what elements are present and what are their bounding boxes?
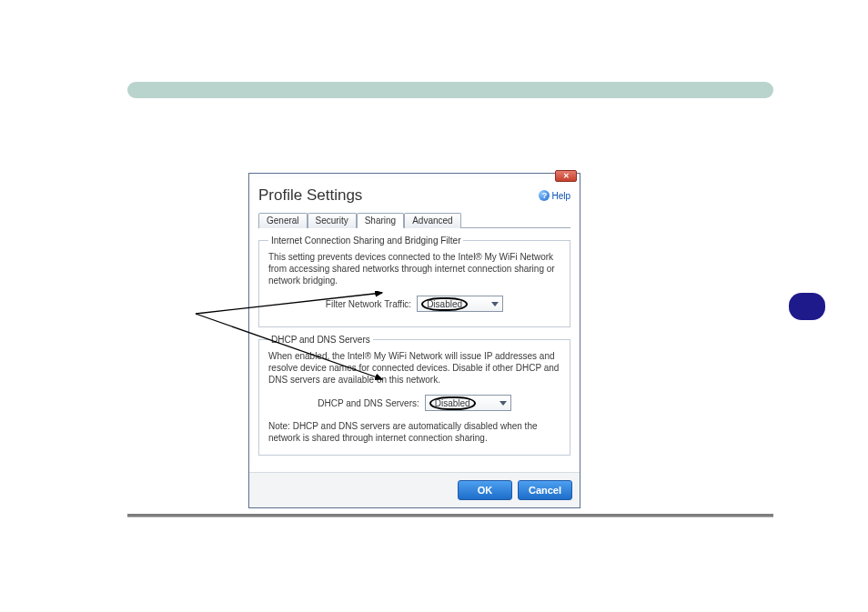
tab-advanced[interactable]: Advanced	[404, 213, 460, 228]
filter-traffic-row: Filter Network Traffic: Disabled	[268, 296, 560, 312]
dhcp-dns-row: DHCP and DNS Servers: Disabled	[268, 395, 560, 411]
group-sharing-filter-desc: This setting prevents devices connected …	[268, 251, 560, 286]
filter-traffic-value: Disabled	[421, 297, 468, 311]
tab-security[interactable]: Security	[308, 213, 357, 228]
help-link[interactable]: ? Help	[539, 190, 570, 201]
close-icon[interactable]: ✕	[555, 170, 577, 182]
dhcp-dns-label: DHCP and DNS Servers:	[318, 398, 419, 408]
ok-button[interactable]: OK	[458, 480, 512, 500]
help-icon: ?	[539, 190, 550, 201]
group-sharing-filter-legend: Internet Connection Sharing and Bridging…	[268, 236, 463, 246]
dialog-titlebar: ✕	[249, 174, 580, 179]
profile-settings-dialog: ✕ Profile Settings ? Help General Securi…	[248, 173, 580, 508]
cancel-button[interactable]: Cancel	[518, 480, 572, 500]
dialog-body: Profile Settings ? Help General Security…	[249, 179, 580, 472]
filter-traffic-combo[interactable]: Disabled	[417, 296, 503, 312]
page-header-bar	[127, 82, 773, 98]
dialog-footer: OK Cancel	[249, 472, 580, 507]
dhcp-dns-combo[interactable]: Disabled	[425, 395, 511, 411]
group-dhcp-dns-desc: When enabled, the Intel® My WiFi Network…	[268, 350, 560, 386]
tab-sharing[interactable]: Sharing	[357, 213, 404, 228]
dhcp-dns-value: Disabled	[429, 396, 476, 410]
dhcp-dns-note: Note: DHCP and DNS servers are automatic…	[268, 420, 560, 444]
tab-general[interactable]: General	[258, 213, 308, 228]
group-sharing-filter: Internet Connection Sharing and Bridging…	[258, 236, 570, 327]
page-footer-rule	[127, 514, 773, 517]
tabstrip: General Security Sharing Advanced	[258, 212, 570, 228]
group-dhcp-dns: DHCP and DNS Servers When enabled, the I…	[258, 335, 570, 456]
filter-traffic-label: Filter Network Traffic:	[326, 299, 411, 309]
group-dhcp-dns-legend: DHCP and DNS Servers	[268, 335, 373, 345]
side-marker	[789, 293, 825, 320]
help-label: Help	[551, 191, 570, 201]
dialog-header: Profile Settings ? Help	[258, 185, 570, 212]
dialog-title: Profile Settings	[258, 186, 362, 205]
